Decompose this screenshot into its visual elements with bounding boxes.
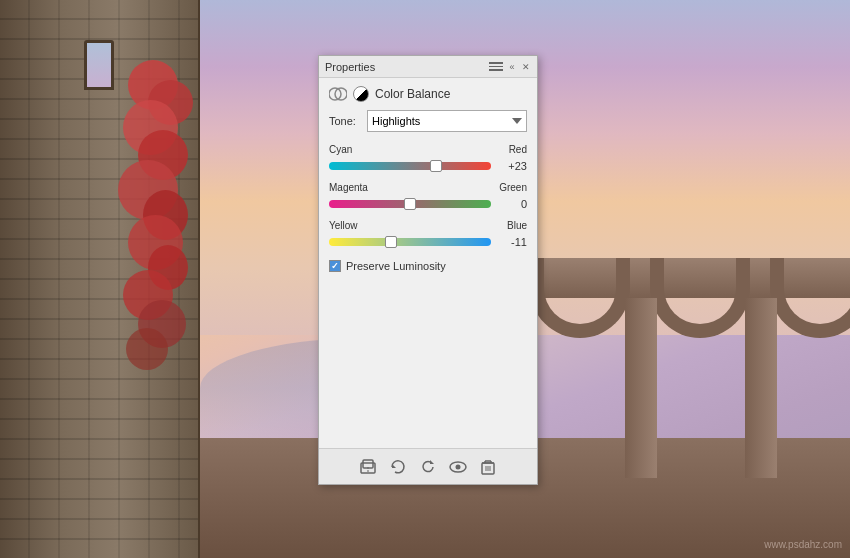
preserve-luminosity-checkbox[interactable] [329, 260, 341, 272]
magenta-green-labels: Magenta Green [329, 182, 527, 193]
layer-icon [353, 86, 369, 102]
panel-collapse-button[interactable]: « [507, 62, 517, 72]
cyan-red-track [329, 162, 491, 170]
magenta-green-slider[interactable] [329, 196, 491, 212]
yellow-blue-value: -11 [497, 236, 527, 248]
cyan-red-slider-row: Cyan Red +23 [329, 144, 527, 174]
magenta-label: Magenta [329, 182, 368, 193]
reset-button[interactable] [418, 457, 438, 477]
magenta-green-slider-row: Magenta Green 0 [329, 182, 527, 212]
yellow-label: Yellow [329, 220, 358, 231]
panel-menu-icon[interactable] [489, 62, 503, 71]
delete-button[interactable] [478, 457, 498, 477]
tower-left [0, 0, 200, 558]
cyan-red-value: +23 [497, 160, 527, 172]
panel-body: Color Balance Tone: Shadows Midtones Hig… [319, 78, 537, 448]
cyan-red-slider[interactable] [329, 158, 491, 174]
properties-panel: Properties « ✕ Color Balance [318, 55, 538, 485]
red-label: Red [509, 144, 527, 155]
panel-close-button[interactable]: ✕ [521, 62, 531, 72]
cyan-label: Cyan [329, 144, 352, 155]
panel-titlebar: Properties « ✕ [319, 56, 537, 78]
cyan-red-thumb[interactable] [430, 160, 442, 172]
preserve-luminosity-row: Preserve Luminosity [329, 260, 527, 272]
svg-rect-3 [363, 460, 373, 468]
tone-row: Tone: Shadows Midtones Highlights [329, 110, 527, 132]
cyan-red-labels: Cyan Red [329, 144, 527, 155]
clip-to-layer-button[interactable] [358, 457, 378, 477]
color-balance-title: Color Balance [375, 87, 450, 101]
previous-state-button[interactable] [388, 457, 408, 477]
yellow-blue-slider-row: Yellow Blue -11 [329, 220, 527, 250]
yellow-blue-slider[interactable] [329, 234, 491, 250]
color-balance-header: Color Balance [329, 86, 527, 102]
yellow-blue-thumb[interactable] [385, 236, 397, 248]
panel-title: Properties [325, 61, 375, 73]
magenta-green-value: 0 [497, 198, 527, 210]
yellow-blue-track-container: -11 [329, 234, 527, 250]
visibility-button[interactable] [448, 457, 468, 477]
watermark: www.psdahz.com [764, 539, 842, 550]
yellow-blue-labels: Yellow Blue [329, 220, 527, 231]
panel-controls: « ✕ [489, 62, 531, 72]
magenta-green-thumb[interactable] [404, 198, 416, 210]
adjustment-icon [329, 86, 347, 102]
green-label: Green [499, 182, 527, 193]
tone-select[interactable]: Shadows Midtones Highlights [367, 110, 527, 132]
tone-label: Tone: [329, 115, 361, 127]
cyan-red-track-container: +23 [329, 158, 527, 174]
svg-point-6 [456, 464, 461, 469]
yellow-blue-track [329, 238, 491, 246]
blue-label: Blue [507, 220, 527, 231]
magenta-green-track-container: 0 [329, 196, 527, 212]
preserve-luminosity-label: Preserve Luminosity [346, 260, 446, 272]
panel-footer [319, 448, 537, 484]
